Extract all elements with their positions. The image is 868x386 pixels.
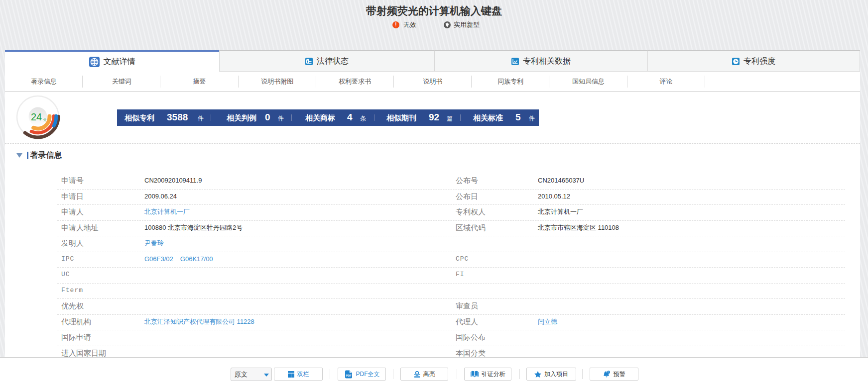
svg-text:24: 24 — [31, 111, 42, 122]
svg-text:PDF: PDF — [346, 374, 352, 377]
svg-text:分: 分 — [43, 118, 47, 121]
